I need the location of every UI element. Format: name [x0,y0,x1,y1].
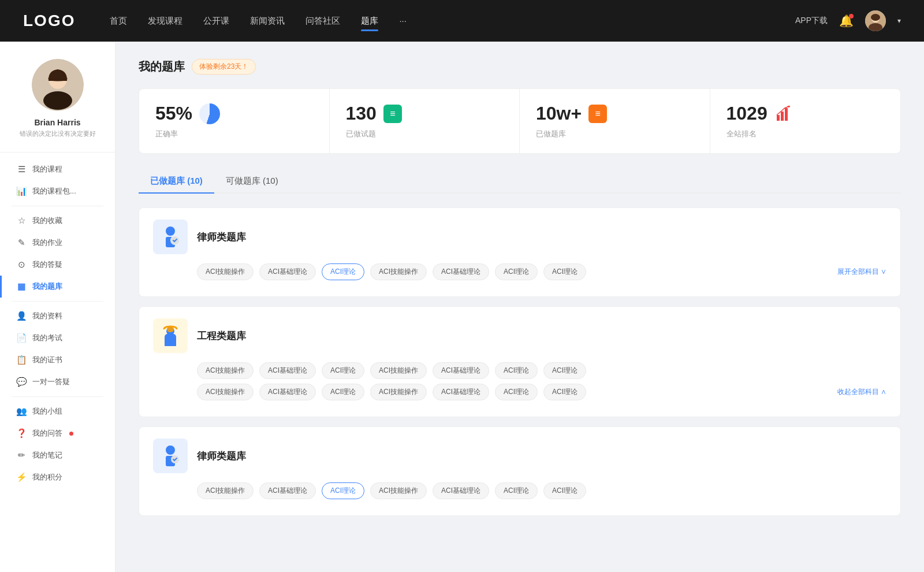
questions-icon: ≡ [383,105,402,123]
user-avatar[interactable] [865,10,886,31]
tag-item[interactable]: ACI理论 [322,362,364,379]
sidebar-item-qbank[interactable]: ▦ 我的题库 [0,276,115,298]
collapse-link[interactable]: 收起全部科目 ∧ [837,387,886,397]
tab-available[interactable]: 可做题库 (10) [214,170,290,192]
tab-done[interactable]: 已做题库 (10) [139,170,214,192]
sidebar-item-label: 一对一答疑 [32,377,70,387]
nav-news[interactable]: 新闻资讯 [250,13,285,29]
user-menu-chevron[interactable]: ▾ [897,17,901,25]
accuracy-value: 55% [155,103,192,124]
accuracy-label: 正确率 [155,129,313,139]
sidebar-item-label: 我的题库 [32,281,62,292]
sidebar-user-name: Brian Harris [34,118,80,127]
sidebar-profile: Brian Harris 错误的决定比没有决定要好 [0,59,115,153]
nav-open-course[interactable]: 公开课 [203,13,229,29]
app-download-link[interactable]: APP下载 [795,16,828,26]
notes-icon: ✏ [16,450,27,460]
nav-qbank[interactable]: 题库 [361,13,378,29]
qbank-title-3: 律师类题库 [197,450,246,463]
tag-item[interactable]: ACI理论 [495,384,538,400]
tag-item[interactable]: ACI技能操作 [197,384,254,400]
svg-point-3 [871,14,880,21]
stat-top-ranking: 1029 [726,103,885,124]
svg-point-7 [48,76,68,81]
sidebar-item-favorites[interactable]: ☆ 我的收藏 [0,210,115,232]
banks-value: 10w+ [536,103,582,124]
svg-point-11 [788,106,790,107]
nav-home[interactable]: 首页 [110,13,127,29]
stat-banks-done: 10w+ ≡ 已做题库 [520,89,710,153]
tags-line-row1: ACI技能操作 ACI基础理论 ACI理论 ACI技能操作 ACI基础理论 AC… [197,362,886,379]
sidebar-item-notes[interactable]: ✏ 我的笔记 [0,444,115,466]
svg-rect-9 [781,112,784,121]
tag-item[interactable]: ACI理论 [543,482,586,499]
sidebar-item-homework[interactable]: ✎ 我的作业 [0,232,115,254]
notification-bell[interactable]: 🔔 [839,14,854,28]
tag-item[interactable]: ACI技能操作 [370,384,427,400]
tag-item[interactable]: ACI技能操作 [197,482,254,499]
ranking-label: 全站排名 [726,129,885,139]
sidebar-item-profile[interactable]: 👤 我的资料 [0,305,115,327]
sidebar-item-label: 我的收藏 [32,216,62,226]
sidebar-item-group[interactable]: 👥 我的小组 [0,400,115,422]
svg-rect-10 [785,108,788,121]
tag-item[interactable]: ACI基础理论 [433,362,489,379]
nav-more[interactable]: ··· [399,13,407,29]
certificate-icon: 📋 [16,355,27,365]
tag-item[interactable]: ACI技能操作 [370,482,427,499]
lawyer-icon-2 [153,439,188,473]
tags-line-3: ACI技能操作 ACI基础理论 ACI理论 ACI技能操作 ACI基础理论 AC… [197,482,886,499]
tag-item[interactable]: ACI技能操作 [197,263,254,280]
page-header: 我的题库 体验剩余23天！ [139,59,901,75]
tag-item[interactable]: ACI基础理论 [433,263,489,280]
tag-item[interactable]: ACI理论 [322,384,364,400]
sidebar-item-label: 我的笔记 [32,450,62,460]
course-package-icon: 📊 [16,186,27,196]
homework-icon: ✎ [16,237,27,248]
tag-item[interactable]: ACI理论 [495,263,538,280]
sidebar-item-qa[interactable]: ⊙ 我的答疑 [0,254,115,276]
qbank-header-2: 工程类题库 [153,318,886,353]
ranking-icon [774,105,793,123]
sidebar-item-course-package[interactable]: 📊 我的课程包... [0,180,115,202]
notification-dot [849,14,854,18]
sidebar-item-exam[interactable]: 📄 我的考试 [0,327,115,349]
main-content: 我的题库 体验剩余23天！ 55% 正确率 130 ≡ 已做试题 [116,42,924,572]
lawyer-icon-1 [153,220,188,254]
sidebar-item-label: 我的证书 [32,355,62,365]
tag-item[interactable]: ACI技能操作 [370,362,427,379]
tabs-row: 已做题库 (10) 可做题库 (10) [139,170,901,194]
sidebar-item-points[interactable]: ⚡ 我的积分 [0,466,115,488]
sidebar-user-motto: 错误的决定比没有决定要好 [8,129,107,138]
sidebar-item-label: 我的考试 [32,333,62,343]
sidebar-divider-2 [12,301,103,302]
sidebar-item-label: 我的小组 [32,406,62,417]
tag-item[interactable]: ACI技能操作 [197,362,254,379]
tag-item[interactable]: ACI基础理论 [259,482,316,499]
expand-link-1[interactable]: 展开全部科目 ∨ [837,267,886,277]
qa-icon: ⊙ [16,259,27,270]
sidebar-item-label: 我的问答 [32,428,62,439]
tag-item[interactable]: ACI基础理论 [259,263,316,280]
tag-item[interactable]: ACI技能操作 [370,263,427,280]
qbank-tags-3: ACI技能操作 ACI基础理论 ACI理论 ACI技能操作 ACI基础理论 AC… [153,482,886,499]
tag-item-active[interactable]: ACI理论 [322,263,364,280]
tag-item-active[interactable]: ACI理论 [322,482,364,499]
sidebar-item-certificate[interactable]: 📋 我的证书 [0,349,115,371]
nav-qa[interactable]: 问答社区 [305,13,340,29]
questions-value: 130 [346,103,377,124]
tag-item[interactable]: ACI基础理论 [433,482,489,499]
sidebar-item-my-qa[interactable]: ❓ 我的问答 [0,422,115,444]
page-title: 我的题库 [139,59,185,75]
tag-item[interactable]: ACI基础理论 [259,362,316,379]
tag-item[interactable]: ACI基础理论 [259,384,316,400]
tag-item[interactable]: ACI理论 [495,482,538,499]
tag-item[interactable]: ACI理论 [495,362,538,379]
sidebar-item-one-on-one[interactable]: 💬 一对一答疑 [0,371,115,393]
tag-item[interactable]: ACI理论 [543,362,586,379]
tag-item[interactable]: ACI基础理论 [433,384,489,400]
sidebar-item-my-course[interactable]: ☰ 我的课程 [0,158,115,180]
tag-item[interactable]: ACI理论 [543,384,586,400]
nav-discover[interactable]: 发现课程 [148,13,182,29]
tag-item[interactable]: ACI理论 [543,263,586,280]
